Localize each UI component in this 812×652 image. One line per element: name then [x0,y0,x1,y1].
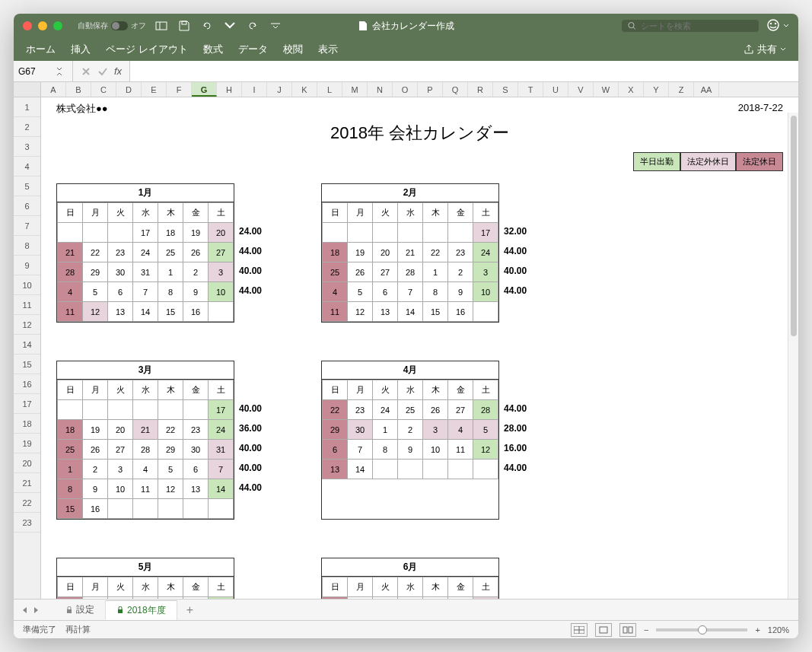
cells-area[interactable]: 株式会社●● 2018-7-22 2018年 会社カレンダー 半日出勤 法定外休… [41,97,798,599]
column-header[interactable]: X [619,82,644,97]
column-header[interactable]: F [167,82,192,97]
row-header[interactable]: 19 [14,434,40,453]
column-header[interactable]: Q [443,82,468,97]
column-header[interactable]: P [418,82,443,97]
tab-review[interactable]: 校閲 [283,43,303,56]
column-header[interactable]: H [217,82,242,97]
column-header[interactable]: E [142,82,167,97]
zoom-level[interactable]: 120% [768,625,789,635]
cancel-formula-icon[interactable] [81,66,91,77]
formula-input[interactable] [130,61,798,81]
tab-nav-prev-icon[interactable] [21,606,29,614]
column-header[interactable]: L [317,82,342,97]
column-header[interactable]: S [493,82,518,97]
column-header[interactable]: I [242,82,267,97]
column-header[interactable]: K [292,82,317,97]
row-header[interactable]: 11 [14,295,40,315]
ribbon-toggle-icon[interactable] [155,20,167,32]
status-recalc: 再計算 [65,624,91,635]
column-header[interactable]: A [41,82,66,97]
row-header[interactable]: 7 [14,216,40,236]
view-page-break-button[interactable] [619,623,636,637]
fx-label[interactable]: fx [114,65,122,77]
svg-point-8 [775,23,776,24]
tab-view[interactable]: 表示 [318,43,338,56]
share-button[interactable]: 共有 [744,43,786,56]
accept-formula-icon[interactable] [97,66,108,77]
redo-icon[interactable] [247,20,259,32]
tab-formulas[interactable]: 数式 [203,43,223,56]
tab-nav-next-icon[interactable] [32,606,40,614]
row-header[interactable]: 16 [14,374,40,394]
zoom-out-button[interactable]: − [644,625,648,635]
column-header[interactable]: C [91,82,116,97]
column-header[interactable]: V [568,82,594,97]
sheet-tab-active[interactable]: 2018年度 [106,600,177,620]
column-header[interactable]: Y [644,82,669,97]
row-header[interactable]: 20 [14,453,40,473]
maximize-window-button[interactable] [53,21,62,30]
column-header[interactable]: W [594,82,619,97]
row-header[interactable]: 5 [14,177,40,196]
name-box[interactable]: G67 [14,61,73,81]
tab-data[interactable]: データ [238,43,268,56]
tab-insert[interactable]: 挿入 [71,43,91,56]
row-header[interactable]: 12 [14,315,40,335]
row-header[interactable]: 18 [14,414,40,434]
close-window-button[interactable] [23,21,32,30]
column-header[interactable]: G [192,82,217,97]
tab-home[interactable]: ホーム [26,43,56,56]
feedback-button[interactable] [766,18,780,34]
name-box-dropdown-icon[interactable] [56,67,68,76]
row-header[interactable]: 4 [14,157,40,177]
column-header[interactable]: T [518,82,543,97]
chevron-down-icon [780,44,786,55]
minimize-window-button[interactable] [38,21,47,30]
column-header[interactable]: N [368,82,393,97]
undo-chevron-icon[interactable] [224,20,236,32]
qat-chevron-icon[interactable] [269,20,282,32]
row-header[interactable]: 1 [14,97,40,117]
sheet-tab-settings[interactable]: 設定 [55,600,106,619]
row-header[interactable]: 10 [14,275,40,295]
column-header[interactable]: M [342,82,368,97]
row-header[interactable]: 2 [14,117,40,137]
row-header[interactable]: 9 [14,256,40,275]
legend-half-day: 半日出勤 [633,152,680,171]
add-sheet-button[interactable]: + [177,600,202,620]
zoom-slider[interactable] [656,628,747,631]
row-header[interactable]: 15 [14,355,40,374]
row-header[interactable]: 17 [14,394,40,414]
search-box[interactable] [622,20,759,32]
column-header[interactable]: AA [694,82,719,97]
save-icon[interactable] [178,20,190,32]
column-header[interactable]: D [116,82,142,97]
select-all-corner[interactable] [14,82,41,97]
tab-page-layout[interactable]: ページ レイアウト [106,43,188,56]
column-header[interactable]: U [543,82,568,97]
view-page-layout-button[interactable] [595,623,612,637]
vertical-scrollbar[interactable] [788,113,798,599]
row-header[interactable]: 14 [14,335,40,355]
month-jun: 6月日月火水木金土2425262728293012345678910111213… [321,558,527,599]
svg-rect-10 [118,609,123,613]
feedback-chevron-icon[interactable] [783,23,789,29]
row-header[interactable]: 6 [14,196,40,216]
undo-icon[interactable] [201,20,213,32]
column-header[interactable]: R [468,82,493,97]
document-title: 会社カレンダー作成 [358,20,454,33]
column-header[interactable]: J [267,82,292,97]
month-may: 5月日月火水木金土2021222324252627282930311234567… [56,558,262,599]
row-header[interactable]: 21 [14,473,40,493]
row-header[interactable]: 8 [14,236,40,256]
zoom-in-button[interactable]: + [755,625,759,635]
row-header[interactable]: 22 [14,493,40,513]
search-input[interactable] [641,21,753,30]
row-header[interactable]: 3 [14,137,40,157]
column-header[interactable]: B [66,82,91,97]
row-header[interactable]: 23 [14,513,40,533]
autosave-toggle[interactable]: 自動保存 オフ [78,21,146,31]
column-header[interactable]: Z [669,82,694,97]
column-header[interactable]: O [393,82,418,97]
view-normal-button[interactable] [571,623,588,637]
